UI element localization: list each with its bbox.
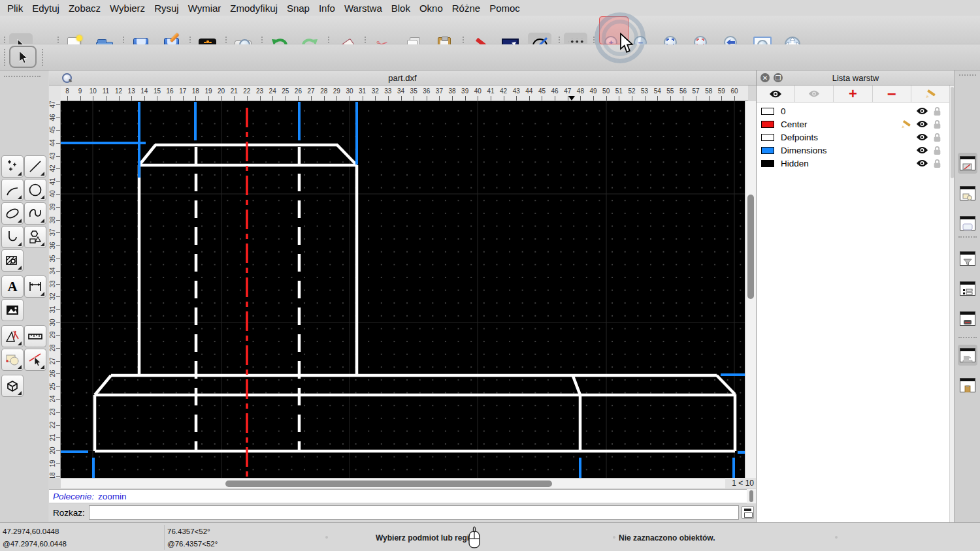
menu-item-rne[interactable]: Różne xyxy=(448,3,485,14)
circle-icon xyxy=(27,182,43,198)
vertical-scrollbar-thumb[interactable] xyxy=(747,195,754,299)
menu-item-warstwa[interactable]: Warstwa xyxy=(340,3,387,14)
ruler-tick xyxy=(593,96,594,101)
tool-arc-button[interactable] xyxy=(1,179,24,201)
ruler-number: 43 xyxy=(49,151,56,161)
ruler-tick xyxy=(388,96,389,101)
lock-icon[interactable] xyxy=(933,119,941,129)
ruler-number: 37 xyxy=(49,227,56,238)
tool-text-button[interactable]: A xyxy=(1,276,24,298)
menu-item-wybierz[interactable]: Wybierz xyxy=(105,3,150,14)
command-input-row: Rozkaz: xyxy=(49,503,756,522)
tool-modify-button[interactable] xyxy=(1,349,24,371)
tool-3d-box-button[interactable] xyxy=(1,375,24,397)
ruler-corner xyxy=(49,86,61,101)
menu-item-okno[interactable]: Okno xyxy=(415,3,448,14)
canvas-vertical-scrollbar[interactable] xyxy=(745,101,756,478)
menu-item-info[interactable]: Info xyxy=(314,3,340,14)
eye-icon[interactable] xyxy=(916,146,928,154)
ruler-number: 30 xyxy=(49,317,56,328)
lock-icon[interactable] xyxy=(933,133,941,142)
tool-hatch-button[interactable] xyxy=(1,249,24,272)
hide-all-layers-button[interactable] xyxy=(795,86,834,102)
eye-icon[interactable] xyxy=(916,107,928,115)
ruler-tick xyxy=(56,476,61,477)
ruler-number: 32 xyxy=(49,291,56,302)
horizontal-scrollbar-thumb[interactable] xyxy=(225,480,552,487)
tool-image-button[interactable] xyxy=(1,299,24,321)
tool-ellipse-button[interactable] xyxy=(1,202,24,225)
tool-polygon-button[interactable] xyxy=(24,226,46,248)
dock-pen-wizard-button[interactable] xyxy=(958,308,977,329)
layer-row-icons xyxy=(916,106,941,116)
dock-layer-list-button[interactable] xyxy=(958,278,977,299)
ruler-tick xyxy=(298,96,299,101)
edit-layer-button[interactable] xyxy=(911,86,949,102)
menu-item-rysuj[interactable]: Rysuj xyxy=(150,3,184,14)
layer-row-defpoints[interactable]: Defpoints xyxy=(757,131,949,144)
tool-spline-button[interactable] xyxy=(24,202,46,225)
eye-icon[interactable] xyxy=(916,120,928,128)
lock-icon[interactable] xyxy=(933,159,941,168)
dock-command-line-button[interactable] xyxy=(958,345,977,366)
command-input[interactable] xyxy=(89,505,739,520)
menu-item-plik[interactable]: Plik xyxy=(3,3,27,14)
menu-item-zobacz[interactable]: Zobacz xyxy=(64,3,105,14)
ruler-tick xyxy=(170,96,171,101)
select-arrow-icon xyxy=(18,50,28,64)
add-layer-button[interactable]: + xyxy=(834,86,872,102)
ruler-tick xyxy=(234,96,235,101)
tool-points-button[interactable] xyxy=(1,155,24,178)
ruler-tick xyxy=(414,96,414,101)
menu-item-zmodyfikuj[interactable]: Zmodyfikuj xyxy=(225,3,282,14)
ruler-tick xyxy=(56,399,61,400)
command-scrollbar-thumb[interactable] xyxy=(749,490,753,502)
remove-layer-button[interactable]: − xyxy=(873,86,911,102)
menu-item-pomoc[interactable]: Pomoc xyxy=(485,3,525,14)
lock-icon[interactable] xyxy=(933,146,941,155)
ruler-tick xyxy=(657,96,658,101)
eye-icon[interactable] xyxy=(916,159,928,167)
layer-row-dimensions[interactable]: Dimensions xyxy=(757,144,949,157)
tool-line-button[interactable] xyxy=(24,155,46,178)
dock-pen-palette-button[interactable] xyxy=(958,153,977,174)
tool-misc-tools-button[interactable] xyxy=(1,325,24,347)
layer-row-icons xyxy=(900,119,941,129)
dock-library-browser-button[interactable] xyxy=(958,213,977,234)
ruler-tick xyxy=(56,143,61,144)
ruler-tick xyxy=(427,96,427,101)
ruler-tick xyxy=(56,335,61,336)
ruler-tick xyxy=(56,271,61,272)
canvas-horizontal-scrollbar[interactable] xyxy=(61,478,725,488)
dock-selection-filter-button[interactable] xyxy=(958,248,977,269)
ruler-tick xyxy=(208,96,209,101)
layer-row-0[interactable]: 0 xyxy=(757,104,949,118)
layer-row-hidden[interactable]: Hidden xyxy=(757,157,949,170)
tool-circle-button[interactable] xyxy=(24,179,46,201)
spline-icon xyxy=(27,206,43,221)
tool-dimension-button[interactable] xyxy=(24,276,46,298)
ruler-tick xyxy=(56,284,61,285)
menu-item-blok[interactable]: Blok xyxy=(387,3,415,14)
document-tab-title[interactable]: part.dxf xyxy=(49,73,756,83)
dock-widget-strip xyxy=(954,71,980,551)
toolbar-separator xyxy=(42,49,44,66)
dock-clipboard-button[interactable] xyxy=(958,375,977,396)
menu-item-edytuj[interactable]: Edytuj xyxy=(27,3,64,14)
show-all-layers-button[interactable] xyxy=(757,86,795,102)
status-bar: 47.2974,60.0448 @47.2974,60.0448 76.4357… xyxy=(0,522,980,551)
ruler-tick xyxy=(106,96,106,101)
selection-pointer-button[interactable] xyxy=(9,46,37,68)
layer-row-center[interactable]: Center xyxy=(757,118,949,131)
eye-icon[interactable] xyxy=(916,133,928,141)
command-history-scrollbar[interactable] xyxy=(747,489,756,503)
keyboard-toggle-button[interactable] xyxy=(742,506,754,519)
dock-block-list-button[interactable] xyxy=(958,183,977,204)
drawing-canvas[interactable] xyxy=(61,101,745,478)
menu-item-wymiar[interactable]: Wymiar xyxy=(184,3,226,14)
menu-item-snap[interactable]: Snap xyxy=(282,3,314,14)
tool-polyline-button[interactable] xyxy=(1,226,24,248)
lock-icon[interactable] xyxy=(933,106,941,116)
tool-measure-button[interactable] xyxy=(24,325,46,347)
tool-modify-attributes-button[interactable] xyxy=(24,349,46,371)
